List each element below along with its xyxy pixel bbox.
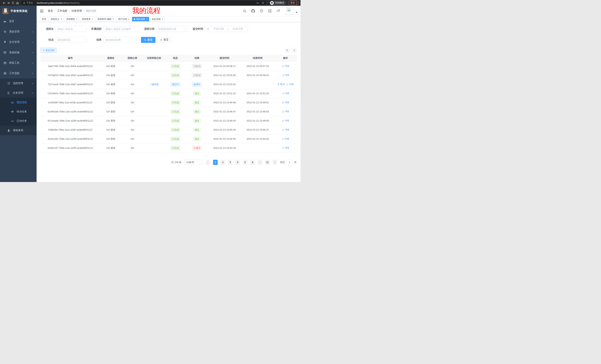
tab-发起流程[interactable]: 发起流程× bbox=[150, 17, 165, 21]
page-button-2[interactable]: 2 bbox=[220, 160, 225, 165]
key-icon[interactable] bbox=[256, 1, 259, 4]
sidebar-item-工作流程[interactable]: 工作流程 bbox=[0, 68, 37, 78]
breadcrumb-task[interactable]: 任务管理 bbox=[71, 9, 82, 13]
submit-time-range-picker[interactable]: 开始日期 - 结束日期 bbox=[205, 26, 248, 32]
status-select[interactable] bbox=[55, 37, 87, 43]
security-chip[interactable]: 不安全 bbox=[23, 1, 33, 4]
sidebar-item-系统管理[interactable]: 系统管理 bbox=[0, 27, 37, 37]
page-button-3[interactable]: 3 bbox=[228, 160, 232, 165]
status-select-input[interactable] bbox=[55, 37, 87, 43]
action-label: 详情 bbox=[285, 92, 289, 95]
close-icon[interactable]: × bbox=[60, 18, 62, 20]
filter-row-2: 状态 结果 搜索 重置 bbox=[40, 37, 297, 43]
page-button-5[interactable]: 5 bbox=[243, 160, 247, 165]
font-size-icon[interactable]: TT bbox=[277, 10, 281, 12]
tab-首页[interactable]: 首页 bbox=[40, 17, 48, 21]
close-icon[interactable]: × bbox=[146, 18, 148, 20]
refresh-table-icon-button[interactable] bbox=[292, 48, 297, 53]
sidebar-item-研发工具[interactable]: 研发工具 bbox=[0, 58, 37, 68]
page-button-11[interactable]: 11 bbox=[265, 160, 270, 165]
tab-流程表单-编辑[interactable]: 流程表单-编辑× bbox=[96, 17, 116, 21]
search-button[interactable]: 搜索 bbox=[141, 37, 155, 43]
prev-page-button[interactable] bbox=[206, 160, 210, 165]
process-definition-input[interactable] bbox=[103, 26, 140, 32]
sidebar-item-基础设施[interactable]: 基础设施 bbox=[0, 47, 37, 58]
sidebar-item-我的流程[interactable]: 我的流程 bbox=[0, 98, 37, 107]
home-icon[interactable] bbox=[15, 1, 20, 5]
chevron-down-icon bbox=[31, 41, 34, 43]
header-search-icon[interactable] bbox=[243, 10, 246, 13]
goto-page-input[interactable] bbox=[287, 160, 292, 165]
detail-link[interactable]: 详情 bbox=[282, 101, 289, 104]
task-link[interactable]: 一级审批 bbox=[149, 83, 159, 86]
reset-button[interactable]: 重置 bbox=[158, 37, 171, 43]
avatar-broken-image[interactable] bbox=[286, 7, 294, 15]
process-name-input[interactable] bbox=[55, 26, 87, 32]
sidebar-item-支付管理[interactable]: ¥支付管理 bbox=[0, 37, 37, 47]
close-icon[interactable]: × bbox=[128, 18, 130, 20]
cell-name: OA 请假 bbox=[100, 125, 122, 134]
tab-流程表单[interactable]: 流程表单× bbox=[80, 17, 95, 21]
help-icon[interactable]: ? bbox=[260, 9, 263, 13]
detail-link[interactable]: 详情 bbox=[286, 83, 294, 86]
detail-link[interactable]: 详情 bbox=[282, 110, 289, 113]
svg-text:?: ? bbox=[261, 10, 262, 12]
category-select[interactable] bbox=[156, 26, 187, 32]
breadcrumb-home[interactable]: 首页 bbox=[48, 9, 53, 13]
cell-status: 已完成 bbox=[165, 98, 186, 107]
tab-流程定义[interactable]: 流程定义× bbox=[49, 17, 63, 21]
category-select-input[interactable] bbox=[156, 26, 187, 32]
page-button-4[interactable]: 4 bbox=[235, 160, 240, 165]
detail-link[interactable]: 详情 bbox=[282, 119, 289, 122]
detail-link[interactable]: 详情 bbox=[282, 137, 289, 140]
page-button-6[interactable]: 6 bbox=[250, 160, 255, 165]
edit-icon bbox=[282, 110, 284, 113]
detail-link[interactable]: 详情 bbox=[282, 128, 289, 131]
fullscreen-icon[interactable] bbox=[268, 9, 271, 13]
close-icon[interactable]: × bbox=[112, 18, 114, 20]
sidebar-item-已办任务[interactable]: 已办任务 bbox=[0, 116, 37, 126]
create-process-button[interactable]: 发起流程 bbox=[40, 48, 57, 53]
reload-icon[interactable] bbox=[11, 1, 15, 5]
page-button-1[interactable]: 1 bbox=[213, 160, 218, 165]
sidebar-item-label: 研发工具 bbox=[9, 61, 20, 65]
sidebar-fold-icon[interactable] bbox=[40, 10, 43, 12]
close-icon[interactable]: × bbox=[76, 18, 78, 20]
next-page-button[interactable] bbox=[272, 160, 277, 165]
list-tree-icon bbox=[7, 82, 10, 85]
tab-用户分组[interactable]: 用户分组× bbox=[116, 17, 131, 21]
cell-id: 7470a810-7b9b-11ec-b5b7-acde48001122 bbox=[40, 71, 100, 80]
cell-end-time bbox=[241, 144, 274, 153]
forward-icon[interactable] bbox=[6, 1, 11, 5]
github-icon[interactable] bbox=[251, 9, 255, 13]
toggle-search-icon-button[interactable] bbox=[285, 48, 290, 53]
sidebar-item-流程管理[interactable]: 流程管理 bbox=[0, 78, 37, 88]
detail-link[interactable]: 详情 bbox=[282, 74, 289, 77]
user-menu[interactable] bbox=[286, 7, 298, 15]
address-bar[interactable]: 不安全 dashboard.yudao.iocoder.cn/bpm/task/… bbox=[21, 1, 266, 5]
breadcrumb-workflow[interactable]: 工作流程 bbox=[57, 9, 67, 13]
sidebar-item-首页[interactable]: 首页 bbox=[0, 16, 37, 27]
sidebar-item-任务管理[interactable]: 任务管理 bbox=[0, 88, 37, 98]
tab-我的流程[interactable]: 我的流程× bbox=[132, 17, 149, 21]
app-logo[interactable]: 芋道管理系统 bbox=[0, 6, 37, 16]
browser-menu-update-button[interactable]: 更新 bbox=[288, 0, 299, 5]
close-icon[interactable]: × bbox=[92, 18, 93, 20]
result-select[interactable] bbox=[103, 37, 140, 43]
robot-icon bbox=[11, 101, 14, 104]
page-size-select[interactable]: 10条/页 bbox=[184, 160, 203, 165]
back-icon[interactable] bbox=[2, 1, 6, 5]
screen: 不安全 dashboard.yudao.iocoder.cn/bpm/task/… bbox=[0, 0, 300, 182]
bookmark-star-icon[interactable] bbox=[261, 1, 264, 4]
close-icon[interactable]: × bbox=[162, 18, 163, 20]
detail-link[interactable]: 详情 bbox=[282, 65, 289, 68]
detail-link[interactable]: 详情 bbox=[282, 146, 289, 150]
sidebar-item-请假查询[interactable]: 请假查询 bbox=[0, 126, 37, 135]
result-select-input[interactable] bbox=[103, 37, 140, 43]
pager-ellipsis[interactable]: ··· bbox=[258, 160, 262, 165]
tab-label: 首页 bbox=[42, 18, 46, 21]
tab-流程模型[interactable]: 流程模型× bbox=[64, 17, 79, 21]
sidebar-item-待办任务[interactable]: 待办任务 bbox=[0, 107, 37, 116]
detail-link[interactable]: 详情 bbox=[282, 92, 289, 95]
cancel-link[interactable]: 取消 bbox=[277, 83, 285, 86]
